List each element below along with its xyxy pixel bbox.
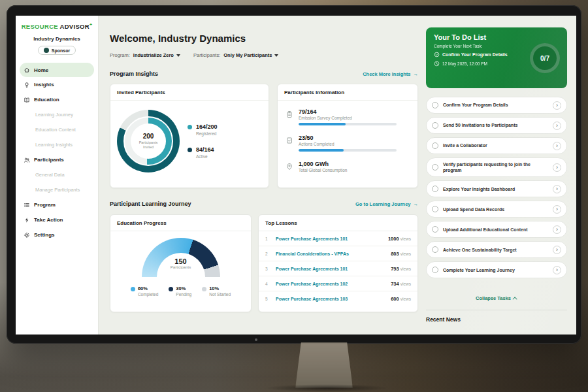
lesson-link[interactable]: Financial Considerations - VPPAs <box>276 252 385 256</box>
chevron-right-icon[interactable]: › <box>553 101 561 110</box>
chevron-right-icon[interactable]: › <box>553 246 561 254</box>
check-more-insights-link[interactable]: Check More Insights → <box>363 71 418 77</box>
lesson-row: 5 Power Purchase Agreements 103 600 view… <box>259 291 417 306</box>
program-filter[interactable]: Program: Industrialize Zero <box>110 52 180 58</box>
task-checkbox[interactable] <box>432 186 438 192</box>
card-title: Participants Information <box>278 84 417 101</box>
task-item-invite-collaborator[interactable]: Invite a Collaborator › <box>426 137 567 154</box>
sidebar-item-home[interactable]: Home <box>20 63 94 77</box>
section-title-learning-journey: Participant Learning Journey <box>110 201 191 207</box>
lesson-link[interactable]: Power Purchase Agreements 101 <box>276 267 385 271</box>
legend-dot <box>202 287 206 291</box>
sidebar-item-label: Learning Journey <box>35 112 73 118</box>
chevron-right-icon[interactable]: › <box>553 225 561 234</box>
gauge-chart: 150 Participants <box>142 238 220 278</box>
lesson-row: 3 Power Purchase Agreements 101 793 view… <box>259 261 417 276</box>
legend-item-not-started: 10% Not Started <box>202 286 231 297</box>
sidebar-item-general-data[interactable]: General Data <box>16 167 98 182</box>
sidebar-item-settings[interactable]: Settings <box>16 227 98 242</box>
task-checkbox[interactable] <box>432 164 438 171</box>
insights-icon <box>24 82 30 88</box>
sidebar-item-insights[interactable]: Insights <box>16 77 98 92</box>
donut-center-value: 200 <box>143 133 154 140</box>
chevron-right-icon[interactable]: › <box>553 266 561 274</box>
chevron-up-icon <box>513 297 517 301</box>
todo-summary-card: Your To Do List Complete Your Next Task:… <box>426 27 567 88</box>
sidebar-item-program[interactable]: Program <box>16 197 98 212</box>
task-item-explore-insights[interactable]: Explore Your Insights Dashboard › <box>426 180 567 197</box>
legend-dot <box>188 148 192 152</box>
chevron-right-icon[interactable]: › <box>553 142 561 150</box>
task-item-complete-learning-journey[interactable]: Complete Your Learning Journey › <box>426 261 567 278</box>
lesson-link[interactable]: Power Purchase Agreements 102 <box>276 282 385 286</box>
participants-information-card: Participants Information 79/164 Emission… <box>277 84 418 188</box>
task-item-send-invitations[interactable]: Send 50 Invitations to Participants › <box>426 117 567 134</box>
sidebar: RESOURCE ADVISOR+ Industry Dynamics Spon… <box>16 16 99 335</box>
education-progress-card: Education Progress 150 Participants 60% … <box>110 214 252 312</box>
list-icon <box>24 202 30 208</box>
sidebar-item-manage-participants[interactable]: Manage Participants <box>16 182 98 197</box>
program-filter-value[interactable]: Industrialize Zero <box>133 52 180 58</box>
task-checkbox[interactable] <box>432 246 438 253</box>
sidebar-item-label: Insights <box>34 82 54 88</box>
book-icon <box>24 97 30 103</box>
card-title: Education Progress <box>110 215 251 231</box>
legend-dot <box>188 125 192 129</box>
sidebar-item-education-content[interactable]: Education Content <box>16 122 98 137</box>
people-icon <box>24 157 30 163</box>
sidebar-item-education[interactable]: Education <box>16 92 98 107</box>
emission-survey-row: 79/164 Emission Survey Completed <box>286 108 410 125</box>
chevron-right-icon[interactable]: › <box>553 122 561 130</box>
task-checkbox[interactable] <box>432 142 438 149</box>
bolt-icon <box>24 217 30 223</box>
collapse-tasks-link[interactable]: Collapse Tasks <box>426 295 567 301</box>
lesson-link[interactable]: Power Purchase Agreements 101 <box>276 237 383 241</box>
participants-filter-value[interactable]: Only My Participants <box>223 52 278 58</box>
home-icon <box>24 67 30 73</box>
sidebar-item-label: Learning Insights <box>35 142 73 148</box>
chevron-right-icon[interactable]: › <box>553 163 561 172</box>
section-title-program-insights: Program Insights <box>110 71 158 77</box>
chevron-right-icon[interactable]: › <box>553 185 561 193</box>
legend-dot <box>169 287 173 291</box>
sidebar-item-label: Participants <box>34 157 64 163</box>
task-item-achieve-target[interactable]: Achieve One Sustainability Target › <box>426 241 567 258</box>
task-item-upload-spend-data[interactable]: Upload Spend Data Records › <box>426 201 567 218</box>
monitor-bezel: RESOURCE ADVISOR+ Industry Dynamics Spon… <box>7 5 581 344</box>
program-insights-header: Program Insights Check More Insights → <box>110 71 418 77</box>
account-name: Industry Dynamics <box>16 36 98 42</box>
page-title: Welcome, Industry Dynamics <box>110 33 246 44</box>
lesson-link[interactable]: Power Purchase Agreements 103 <box>276 297 385 301</box>
sidebar-item-label: Settings <box>34 232 55 238</box>
sidebar-item-learning-journey[interactable]: Learning Journey <box>16 107 98 122</box>
sidebar-item-participants[interactable]: Participants <box>16 152 98 167</box>
sidebar-item-label: Program <box>34 202 56 208</box>
sidebar-item-take-action[interactable]: Take Action <box>16 212 98 227</box>
participants-filter[interactable]: Participants: Only My Participants <box>193 52 278 58</box>
task-item-upload-educational-content[interactable]: Upload Additional Educational Content › <box>426 221 567 238</box>
sponsor-icon <box>44 48 49 53</box>
check-circle-icon <box>434 52 440 57</box>
task-checkbox[interactable] <box>432 122 438 129</box>
gauge-center: 150 Participants <box>142 257 220 269</box>
gauge-legend: 60% Completed 30% Pending 10% Not Starte… <box>131 286 231 297</box>
legend-item-pending: 30% Pending <box>169 286 191 297</box>
global-consumption-row: 1,000 GWh Total Global Consumption <box>286 161 410 172</box>
task-item-confirm-program[interactable]: Confirm Your Program Details › <box>426 97 567 114</box>
sidebar-item-label: Take Action <box>34 217 63 223</box>
survey-icon <box>286 109 293 117</box>
task-item-verify-participants[interactable]: Verify participants requesting to join t… <box>426 157 567 177</box>
education-gauge-chart: 150 Participants 60% Completed 30% Pendi… <box>110 231 251 297</box>
sidebar-nav: Home Insights Education Learning Journey… <box>16 63 98 242</box>
donut-legend: 164/200 Registered 84/164 Active <box>188 123 218 159</box>
invited-donut-chart: 200 Participants Invited 164/200 Registe… <box>110 101 269 182</box>
sidebar-item-label: Home <box>34 67 48 73</box>
task-checkbox[interactable] <box>432 102 438 108</box>
task-checkbox[interactable] <box>432 226 438 233</box>
task-checkbox[interactable] <box>432 206 438 212</box>
chevron-right-icon[interactable]: › <box>553 205 561 214</box>
task-checkbox[interactable] <box>432 267 438 273</box>
sponsor-badge-label: Sponsor <box>52 48 70 53</box>
sidebar-item-learning-insights[interactable]: Learning Insights <box>16 137 98 152</box>
go-to-learning-journey-link[interactable]: Go to Learning Journey → <box>355 201 418 207</box>
